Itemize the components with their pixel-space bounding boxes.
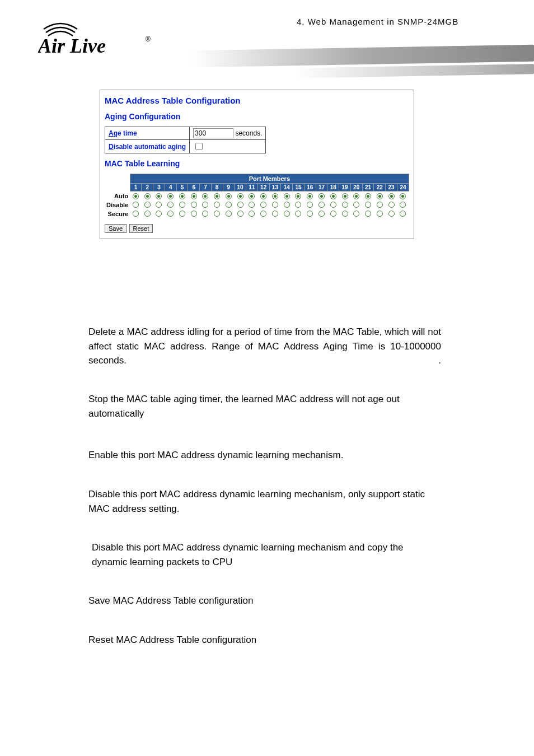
radio-disable-port-12[interactable] bbox=[260, 202, 266, 208]
radio-secure-port-15[interactable] bbox=[295, 211, 301, 217]
radio-disable-port-7[interactable] bbox=[202, 202, 208, 208]
port-members-header: Port Members bbox=[130, 174, 409, 184]
radio-disable-port-8[interactable] bbox=[214, 202, 220, 208]
disable-aging-checkbox[interactable] bbox=[195, 143, 203, 150]
radio-auto-port-14[interactable] bbox=[284, 193, 290, 199]
radio-secure-port-1[interactable] bbox=[133, 211, 139, 217]
para-reset: Reset MAC Address Table configuration bbox=[88, 633, 441, 647]
radio-auto-port-17[interactable] bbox=[318, 193, 325, 199]
port-col-8: 8 bbox=[211, 184, 223, 192]
radio-auto-port-15[interactable] bbox=[295, 193, 301, 199]
radio-disable-port-15[interactable] bbox=[295, 202, 301, 208]
svg-text:®: ® bbox=[146, 35, 151, 43]
radio-disable-port-4[interactable] bbox=[167, 202, 174, 208]
radio-secure-port-8[interactable] bbox=[214, 211, 220, 217]
radio-disable-port-3[interactable] bbox=[156, 202, 162, 208]
port-col-10: 10 bbox=[235, 184, 246, 192]
port-col-3: 3 bbox=[153, 184, 165, 192]
radio-secure-port-16[interactable] bbox=[307, 211, 313, 217]
radio-disable-port-14[interactable] bbox=[284, 202, 290, 208]
panel-title: MAC Address Table Configuration bbox=[105, 96, 409, 105]
radio-disable-port-20[interactable] bbox=[353, 202, 359, 208]
radio-secure-port-9[interactable] bbox=[226, 211, 232, 217]
reset-button[interactable]: Reset bbox=[129, 224, 153, 233]
radio-auto-port-10[interactable] bbox=[237, 193, 243, 199]
radio-disable-port-16[interactable] bbox=[307, 202, 313, 208]
radio-auto-port-20[interactable] bbox=[353, 193, 359, 199]
radio-disable-port-9[interactable] bbox=[226, 202, 232, 208]
radio-secure-port-13[interactable] bbox=[272, 211, 278, 217]
port-col-1: 1 bbox=[130, 184, 142, 192]
disable-aging-label: Disable automatic aging bbox=[105, 140, 190, 153]
radio-auto-port-11[interactable] bbox=[249, 193, 255, 199]
radio-auto-port-18[interactable] bbox=[330, 193, 336, 199]
save-button[interactable]: Save bbox=[105, 224, 127, 233]
radio-auto-port-24[interactable] bbox=[400, 193, 406, 199]
radio-auto-port-5[interactable] bbox=[179, 193, 185, 199]
radio-disable-port-22[interactable] bbox=[377, 202, 383, 208]
radio-auto-port-13[interactable] bbox=[272, 193, 278, 199]
radio-auto-port-1[interactable] bbox=[133, 193, 139, 199]
radio-secure-port-20[interactable] bbox=[353, 211, 359, 217]
radio-auto-port-3[interactable] bbox=[156, 193, 162, 199]
radio-disable-port-24[interactable] bbox=[400, 202, 406, 208]
radio-auto-port-21[interactable] bbox=[365, 193, 371, 199]
mac-learning-title: MAC Table Learning bbox=[105, 159, 409, 168]
radio-disable-port-1[interactable] bbox=[133, 202, 139, 208]
radio-disable-port-6[interactable] bbox=[191, 202, 197, 208]
port-col-15: 15 bbox=[293, 184, 305, 192]
radio-secure-port-6[interactable] bbox=[191, 211, 197, 217]
radio-auto-port-19[interactable] bbox=[342, 193, 348, 199]
radio-auto-port-7[interactable] bbox=[202, 193, 208, 199]
para-disable-aging: Stop the MAC table aging timer, the lear… bbox=[88, 392, 441, 421]
radio-secure-port-2[interactable] bbox=[144, 211, 151, 217]
radio-disable-port-11[interactable] bbox=[249, 202, 255, 208]
radio-secure-port-10[interactable] bbox=[237, 211, 243, 217]
radio-auto-port-16[interactable] bbox=[307, 193, 313, 199]
radio-auto-port-4[interactable] bbox=[167, 193, 174, 199]
radio-disable-port-18[interactable] bbox=[330, 202, 336, 208]
radio-disable-port-5[interactable] bbox=[179, 202, 185, 208]
radio-auto-port-22[interactable] bbox=[377, 193, 383, 199]
radio-auto-port-12[interactable] bbox=[260, 193, 266, 199]
radio-secure-port-3[interactable] bbox=[156, 211, 162, 217]
port-col-5: 5 bbox=[176, 184, 188, 192]
radio-secure-port-17[interactable] bbox=[318, 211, 325, 217]
radio-disable-port-19[interactable] bbox=[342, 202, 348, 208]
radio-secure-port-12[interactable] bbox=[260, 211, 266, 217]
radio-secure-port-14[interactable] bbox=[284, 211, 290, 217]
radio-secure-port-23[interactable] bbox=[388, 211, 395, 217]
radio-disable-port-13[interactable] bbox=[272, 202, 278, 208]
radio-secure-port-4[interactable] bbox=[167, 211, 174, 217]
port-col-4: 4 bbox=[165, 184, 176, 192]
decorative-banner-2 bbox=[294, 64, 534, 78]
port-col-19: 19 bbox=[339, 184, 351, 192]
port-col-9: 9 bbox=[223, 184, 235, 192]
radio-disable-port-10[interactable] bbox=[237, 202, 243, 208]
svg-text:Air Live: Air Live bbox=[38, 35, 106, 57]
radio-secure-port-19[interactable] bbox=[342, 211, 348, 217]
radio-auto-port-23[interactable] bbox=[388, 193, 395, 199]
radio-auto-port-6[interactable] bbox=[191, 193, 197, 199]
radio-auto-port-9[interactable] bbox=[226, 193, 232, 199]
port-col-24: 24 bbox=[397, 184, 409, 192]
aging-config-title: Aging Configuration bbox=[105, 112, 409, 121]
radio-disable-port-17[interactable] bbox=[318, 202, 325, 208]
radio-disable-port-2[interactable] bbox=[144, 202, 151, 208]
radio-secure-port-21[interactable] bbox=[365, 211, 371, 217]
port-members-table: Port Members 123456789101112131415161718… bbox=[105, 174, 409, 218]
radio-auto-port-8[interactable] bbox=[214, 193, 220, 199]
radio-disable-port-23[interactable] bbox=[388, 202, 395, 208]
radio-secure-port-18[interactable] bbox=[330, 211, 336, 217]
radio-secure-port-24[interactable] bbox=[400, 211, 406, 217]
radio-secure-port-11[interactable] bbox=[249, 211, 255, 217]
radio-secure-port-5[interactable] bbox=[179, 211, 185, 217]
para-save: Save MAC Address Table configuration bbox=[88, 594, 441, 608]
radio-auto-port-2[interactable] bbox=[144, 193, 151, 199]
row-label-disable: Disable bbox=[105, 200, 130, 209]
radio-secure-port-22[interactable] bbox=[377, 211, 383, 217]
radio-disable-port-21[interactable] bbox=[365, 202, 371, 208]
radio-secure-port-7[interactable] bbox=[202, 211, 208, 217]
age-time-input[interactable] bbox=[193, 128, 233, 138]
port-col-21: 21 bbox=[362, 184, 374, 192]
